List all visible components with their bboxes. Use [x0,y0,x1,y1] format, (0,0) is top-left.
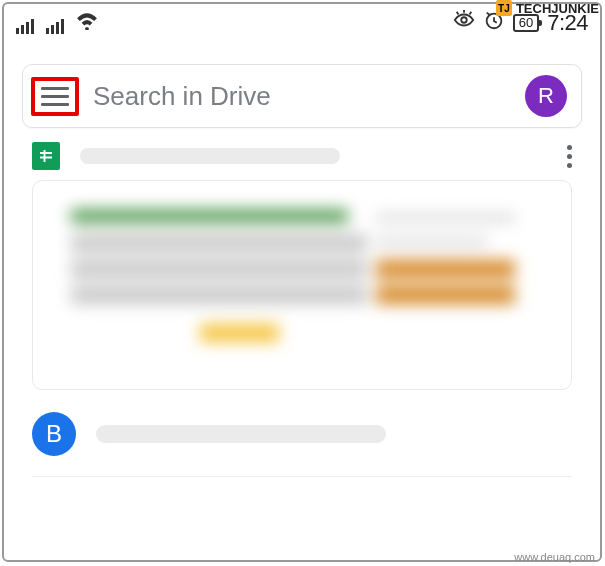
status-bar-left [16,12,98,34]
cellular-signal-icon-1 [16,19,34,34]
menu-button-highlight [31,77,79,116]
wifi-icon [76,12,98,34]
watermark-brand-text: TECHJUNKIE [516,1,599,16]
techjunkie-logo-icon: TJ [496,0,512,16]
activity-item-row[interactable]: B [4,412,600,456]
file-item-row[interactable] [4,142,600,170]
cellular-signal-icon-2 [46,19,64,34]
battery-indicator: 60 [513,14,539,32]
device-frame: 60 7:24 Search in Drive R [2,2,602,562]
google-sheets-icon [32,142,60,170]
eye-icon [453,9,475,37]
file-title-redacted [80,148,340,164]
account-avatar[interactable]: R [525,75,567,117]
divider [32,476,572,477]
file-preview-thumbnail [71,204,534,366]
search-bar[interactable]: Search in Drive R [22,64,582,128]
svg-rect-1 [39,149,53,163]
activity-text-redacted [96,425,386,443]
more-options-button[interactable] [567,145,572,168]
search-input[interactable]: Search in Drive [93,81,525,112]
watermark-top: TJ TECHJUNKIE [496,0,599,16]
user-avatar[interactable]: B [32,412,76,456]
file-preview-card[interactable] [32,180,572,390]
hamburger-menu-icon[interactable] [41,87,69,106]
watermark-bottom: www.deuaq.com [514,551,595,563]
